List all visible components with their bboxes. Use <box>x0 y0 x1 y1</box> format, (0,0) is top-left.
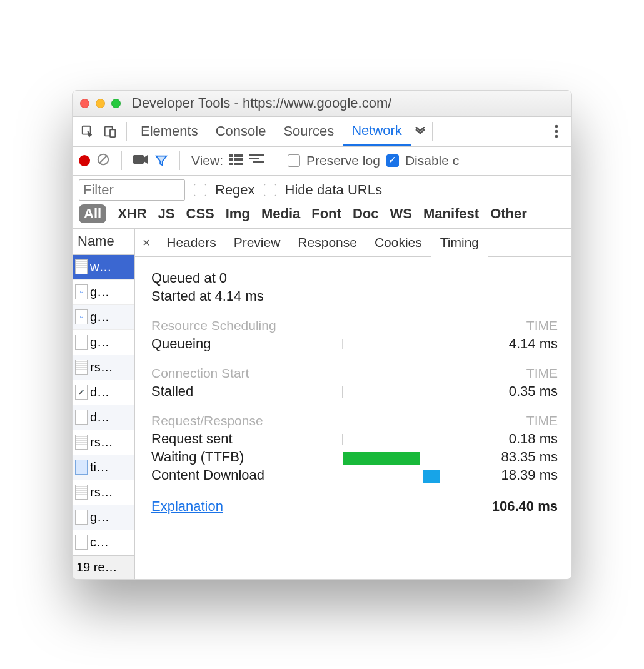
filter-other[interactable]: Other <box>490 206 527 222</box>
request-row[interactable]: Gg… <box>73 305 134 330</box>
svg-rect-14 <box>234 163 243 165</box>
large-rows-icon[interactable] <box>229 153 243 168</box>
request-row[interactable]: g… <box>73 330 134 355</box>
timing-metric-value: 18.39 ms <box>476 467 558 483</box>
request-row[interactable]: ti… <box>73 455 134 480</box>
request-list: Name w…Gg…Gg…g…rs…🎤d…d…rs…ti…rs…g…c… 19 … <box>73 229 135 579</box>
request-row[interactable]: Gg… <box>73 280 134 305</box>
queued-at: Queued at 0 <box>151 270 558 286</box>
timing-panel: Queued at 0 Started at 4.14 ms Resource … <box>135 257 571 579</box>
request-row[interactable]: d… <box>73 405 134 430</box>
filter-css[interactable]: CSS <box>186 206 214 222</box>
disable-cache-label: Disable c <box>405 153 459 168</box>
svg-rect-13 <box>229 163 233 165</box>
request-row[interactable]: g… <box>73 505 134 530</box>
timing-bar <box>342 337 476 351</box>
more-tabs-icon[interactable] <box>413 123 427 139</box>
filter-input[interactable] <box>79 179 185 201</box>
regex-checkbox[interactable] <box>194 184 206 196</box>
filter-xhr[interactable]: XHR <box>118 206 146 222</box>
request-list-header[interactable]: Name <box>73 229 134 255</box>
timing-metric-label: Request sent <box>151 431 342 447</box>
dtab-response[interactable]: Response <box>289 228 366 256</box>
minimize-window-icon[interactable] <box>96 99 105 108</box>
type-filters: All XHR JS CSS Img Media Font Doc WS Man… <box>73 202 571 229</box>
section-title: Request/Response <box>151 413 263 428</box>
dtab-headers[interactable]: Headers <box>158 228 224 256</box>
inspect-element-icon[interactable] <box>76 124 99 138</box>
tab-network[interactable]: Network <box>343 116 411 146</box>
disable-cache-checkbox[interactable] <box>386 154 399 167</box>
hide-data-urls-checkbox[interactable] <box>264 184 276 196</box>
filter-media[interactable]: Media <box>261 206 300 222</box>
separator <box>121 151 122 170</box>
close-detail-icon[interactable]: × <box>135 235 158 250</box>
svg-point-3 <box>555 125 558 128</box>
filter-row: Regex Hide data URLs <box>73 176 571 202</box>
svg-point-4 <box>555 130 558 133</box>
device-toolbar-icon[interactable] <box>99 124 121 138</box>
request-row[interactable]: rs… <box>73 430 134 455</box>
timing-metric-value: 4.14 ms <box>476 336 558 352</box>
request-name: rs… <box>90 360 113 375</box>
maximize-window-icon[interactable] <box>111 99 121 108</box>
dtab-cookies[interactable]: Cookies <box>366 228 431 256</box>
request-row[interactable]: c… <box>73 530 134 555</box>
devtools-window: Developer Tools - https://www.google.com… <box>72 90 572 580</box>
separator <box>432 122 433 141</box>
timing-bar <box>342 385 476 398</box>
section-title: Connection Start <box>151 366 249 381</box>
filter-img[interactable]: Img <box>226 206 250 222</box>
preserve-log-label: Preserve log <box>306 153 380 168</box>
preserve-log-checkbox[interactable] <box>288 154 300 167</box>
main-tabs: Elements Console Sources Network <box>73 117 571 147</box>
window-title: Developer Tools - https://www.google.com… <box>132 95 391 111</box>
separator <box>179 151 180 170</box>
request-row[interactable]: rs… <box>73 355 134 380</box>
section-time-header: TIME <box>526 318 558 333</box>
filter-icon[interactable] <box>154 154 168 168</box>
svg-rect-9 <box>229 154 233 157</box>
request-detail: × Headers Preview Response Cookies Timin… <box>135 229 571 579</box>
record-button[interactable] <box>79 155 90 166</box>
timing-total: 106.40 ms <box>492 498 558 515</box>
request-name: w… <box>90 260 111 274</box>
detail-tabs: × Headers Preview Response Cookies Timin… <box>135 229 571 257</box>
tab-console[interactable]: Console <box>207 116 275 146</box>
request-row[interactable]: rs… <box>73 480 134 505</box>
tab-sources[interactable]: Sources <box>274 116 343 146</box>
filter-doc[interactable]: Doc <box>353 206 379 222</box>
filter-js[interactable]: JS <box>158 206 175 222</box>
filter-manifest[interactable]: Manifest <box>423 206 479 222</box>
close-window-icon[interactable] <box>80 99 89 108</box>
svg-point-5 <box>555 135 558 138</box>
svg-rect-16 <box>249 158 259 159</box>
clear-icon[interactable] <box>96 153 110 169</box>
filter-font[interactable]: Font <box>311 206 341 222</box>
explanation-link[interactable]: Explanation <box>151 498 223 515</box>
request-row[interactable]: 🎤d… <box>73 380 134 405</box>
regex-label: Regex <box>215 182 255 198</box>
overview-icon[interactable] <box>249 153 264 168</box>
window-controls <box>80 99 121 108</box>
request-name: c… <box>90 535 109 550</box>
timing-bar <box>342 432 476 446</box>
svg-rect-8 <box>133 155 144 164</box>
filter-ws[interactable]: WS <box>390 206 411 222</box>
section-time-header: TIME <box>526 366 558 381</box>
kebab-menu-icon[interactable] <box>545 124 568 138</box>
separator <box>126 122 127 141</box>
dtab-preview[interactable]: Preview <box>225 228 289 256</box>
screenshot-icon[interactable] <box>133 154 148 168</box>
timing-row: Queueing4.14 ms <box>151 336 558 352</box>
request-row[interactable]: w… <box>73 255 134 280</box>
filter-all[interactable]: All <box>79 204 106 223</box>
dtab-timing[interactable]: Timing <box>431 229 488 257</box>
section-time-header: TIME <box>526 413 558 428</box>
timing-section: Connection StartTIMEStalled0.35 ms <box>151 366 558 400</box>
request-name: g… <box>90 335 109 350</box>
request-name: g… <box>90 510 109 525</box>
tab-elements[interactable]: Elements <box>132 116 207 146</box>
section-title: Resource Scheduling <box>151 318 276 333</box>
timing-metric-label: Stalled <box>151 383 342 400</box>
